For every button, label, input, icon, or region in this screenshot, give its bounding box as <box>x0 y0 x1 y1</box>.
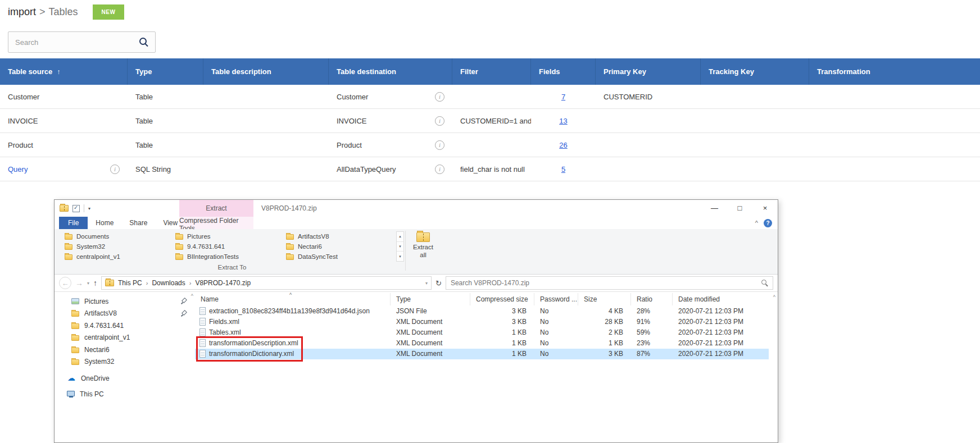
minimize-button[interactable]: — <box>702 200 727 216</box>
xml-file-icon <box>199 318 206 326</box>
file-date-cell: 2020-07-21 12:03 PM <box>673 318 769 326</box>
info-icon[interactable]: i <box>110 165 120 174</box>
help-icon[interactable]: ? <box>764 219 772 227</box>
pin-icon[interactable] <box>180 298 187 304</box>
fields-count-link[interactable]: 5 <box>561 165 565 173</box>
nav-item-this-pc[interactable]: This PC <box>55 389 195 401</box>
file-row[interactable]: transformationDescription.xml XML Docume… <box>195 338 769 349</box>
nav-item-artifactsv8[interactable]: ArtifactsV8 <box>55 308 195 320</box>
cell-tracking-key <box>701 109 809 133</box>
search-icon[interactable] <box>761 280 768 286</box>
refresh-icon[interactable]: ↻ <box>435 279 442 287</box>
breadcrumb-section[interactable]: import <box>8 6 36 18</box>
nav-item-system32[interactable]: System32 <box>55 356 195 368</box>
zip-folder-icon <box>105 280 114 286</box>
extract-destination[interactable]: DataSyncTest <box>282 252 392 262</box>
extract-all-button[interactable]: Extract all <box>409 231 438 271</box>
nav-item-centralpoint[interactable]: centralpoint_v1 <box>55 332 195 344</box>
col-compressed-size[interactable]: Compressed size <box>470 293 534 305</box>
col-size[interactable]: Size <box>578 293 631 305</box>
ribbon-group-label: Extract To <box>60 264 404 271</box>
new-button[interactable]: NEW <box>93 4 125 20</box>
extract-destination[interactable]: centralpoint_v1 <box>60 252 171 262</box>
forward-button[interactable]: → <box>75 278 83 287</box>
recent-locations-icon[interactable]: ▾ <box>87 281 89 286</box>
nav-item-version-folder[interactable]: 9.4.7631.641 <box>55 319 195 332</box>
col-filter[interactable]: Filter <box>452 58 531 85</box>
info-icon[interactable]: i <box>435 92 444 102</box>
fields-count-link[interactable]: 26 <box>559 141 567 149</box>
maximize-button[interactable]: □ <box>727 200 752 216</box>
json-file-icon <box>199 307 206 315</box>
table-row[interactable]: Product Table Product i 26 <box>0 133 980 157</box>
query-source-link[interactable]: Query <box>8 165 28 173</box>
col-table-description[interactable]: Table description <box>203 58 329 85</box>
col-date-modified[interactable]: Date modified <box>673 293 769 305</box>
extract-destination[interactable]: Nectari6 <box>282 241 392 252</box>
tab-file[interactable]: File <box>59 217 88 229</box>
col-type[interactable]: Type <box>128 58 203 85</box>
qat-properties-icon[interactable] <box>72 205 80 212</box>
close-button[interactable]: × <box>752 200 778 216</box>
cell-destination: AllDataTypeQuery i <box>329 157 452 181</box>
extract-destination[interactable]: 9.4.7631.641 <box>171 241 282 252</box>
nav-scroll-up-icon[interactable]: ^ <box>191 293 193 299</box>
qat-customize-caret-icon[interactable]: ▾ <box>88 206 90 211</box>
col-name[interactable]: Name <box>195 293 391 305</box>
address-dropdown-icon[interactable]: ▾ <box>425 281 428 286</box>
breadcrumb-zip[interactable]: V8PROD-1470.zip <box>194 279 252 287</box>
breadcrumb-this-pc[interactable]: This PC <box>117 279 143 287</box>
col-transformation[interactable]: Transformation <box>809 58 980 85</box>
file-row-selected[interactable]: transformationDictionary.xml XML Documen… <box>195 349 769 359</box>
extract-destination[interactable]: ArtifactsV8 <box>282 231 392 241</box>
collapse-ribbon-icon[interactable]: ^ <box>755 220 758 226</box>
address-breadcrumb-box[interactable]: This PC › Downloads › V8PROD-1470.zip ▾ <box>101 276 432 290</box>
col-password[interactable]: Password ... <box>534 293 578 305</box>
fields-count-link[interactable]: 13 <box>559 117 567 125</box>
tab-share[interactable]: Share <box>121 217 155 229</box>
extract-destination[interactable]: System32 <box>60 241 171 252</box>
col-table-source[interactable]: Table source ↑ <box>0 58 128 85</box>
cell-primary-key <box>596 157 701 181</box>
breadcrumb-downloads[interactable]: Downloads <box>151 279 186 287</box>
col-primary-key[interactable]: Primary Key <box>596 58 701 85</box>
extract-destination[interactable]: BIIntegrationTests <box>171 252 282 262</box>
nav-item-onedrive[interactable]: OneDrive <box>55 372 195 385</box>
scroll-down-icon[interactable]: ▾ <box>397 242 403 252</box>
more-destinations-icon[interactable]: ▾ <box>397 252 403 261</box>
table-row[interactable]: Customer Table Customer i 7 CUSTOMERID <box>0 85 980 109</box>
list-scroll-up-icon[interactable]: ^ <box>773 294 775 300</box>
search-icon[interactable] <box>139 38 148 47</box>
folder-icon <box>65 234 72 240</box>
info-icon[interactable]: i <box>435 116 444 126</box>
explorer-search-input[interactable] <box>451 279 761 287</box>
col-tracking-key[interactable]: Tracking Key <box>701 58 809 85</box>
pin-icon[interactable] <box>180 310 187 317</box>
ribbon-separator <box>405 231 406 271</box>
info-icon[interactable]: i <box>435 165 444 174</box>
cell-type: SQL String <box>128 157 203 181</box>
table-row[interactable]: Query i SQL String AllDataTypeQuery i fi… <box>0 157 980 181</box>
nav-item-pictures[interactable]: Pictures <box>55 295 195 308</box>
up-button[interactable]: ↑ <box>93 278 97 287</box>
nav-item-nectari6[interactable]: Nectari6 <box>55 344 195 356</box>
col-fields[interactable]: Fields <box>531 58 596 85</box>
tab-home[interactable]: Home <box>88 217 121 229</box>
scroll-up-icon[interactable]: ▴ <box>397 232 403 242</box>
extract-destination[interactable]: Pictures <box>171 231 282 241</box>
col-table-destination[interactable]: Table destination <box>329 58 452 85</box>
file-row[interactable]: extraction_8108ec8234ff4b11a139e8f3d941d… <box>195 305 769 316</box>
file-row[interactable]: Tables.xml XML Document 1 KB No 2 KB 59%… <box>195 327 769 337</box>
fields-count-link[interactable]: 7 <box>561 93 565 101</box>
search-input[interactable] <box>8 38 139 47</box>
col-type[interactable]: Type <box>391 293 470 305</box>
table-row[interactable]: INVOICE Table INVOICE i CUSTOMERID=1 and… <box>0 109 980 133</box>
file-row[interactable]: Fields.xml XML Document 3 KB No 28 KB 91… <box>195 316 769 327</box>
file-name-cell: Fields.xml <box>195 318 391 326</box>
col-ratio[interactable]: Ratio <box>631 293 673 305</box>
back-button[interactable]: ← <box>59 277 71 289</box>
extract-all-icon <box>416 232 430 242</box>
cell-transformation <box>809 85 980 108</box>
info-icon[interactable]: i <box>435 140 444 150</box>
extract-destination[interactable]: Documents <box>60 231 171 241</box>
